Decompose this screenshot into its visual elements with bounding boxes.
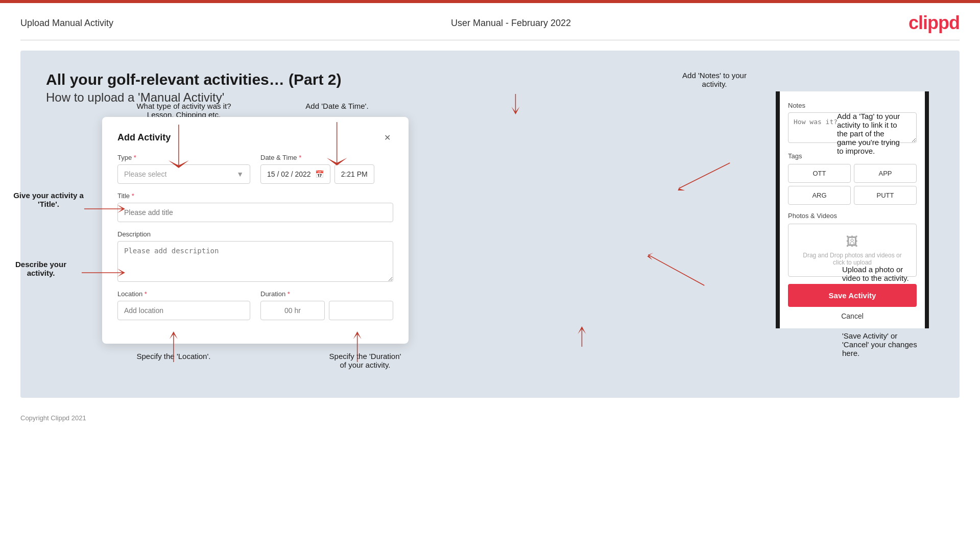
annotation-duration: Specify the 'Duration' of your activity. — [306, 352, 424, 369]
page-title: Upload Manual Activity — [20, 18, 113, 29]
manual-title: User Manual - February 2022 — [451, 18, 571, 29]
duration-min-input[interactable] — [329, 301, 393, 320]
chevron-down-icon: ▼ — [236, 170, 244, 178]
modal-header: Add Activity ✕ — [117, 131, 393, 143]
tag-ott[interactable]: OTT — [788, 164, 851, 183]
save-activity-button[interactable]: Save Activity — [788, 284, 917, 307]
close-button[interactable]: ✕ — [381, 131, 393, 143]
title-group: Title * — [117, 192, 393, 222]
type-select[interactable]: Please select ▼ — [117, 164, 250, 184]
tags-section: Tags OTT APP ARG PUTT — [788, 152, 917, 205]
copyright: Copyright Clippd 2021 — [20, 414, 86, 422]
annotation-activity-type: What type of activity was it? Lesson, Ch… — [133, 102, 235, 119]
photo-icon: 🖼 — [799, 234, 906, 249]
tag-app[interactable]: APP — [854, 164, 917, 183]
location-input[interactable] — [117, 301, 250, 320]
footer: Copyright Clippd 2021 — [0, 408, 980, 428]
svg-line-8 — [648, 255, 704, 285]
type-label: Type * — [117, 154, 250, 161]
location-group: Location * — [117, 290, 250, 320]
add-activity-modal: Add Activity ✕ Type * Please select ▼ Da… — [102, 117, 409, 344]
tags-grid: OTT APP ARG PUTT — [788, 164, 917, 205]
type-group: Type * Please select ▼ — [117, 154, 250, 184]
photos-label: Photos & Videos — [788, 212, 917, 220]
description-label: Description — [117, 230, 393, 238]
annotation-photo: Upload a photo or video to the activity. — [842, 265, 954, 282]
annotation-tag: Add a 'Tag' to your activity to link it … — [837, 112, 954, 155]
tag-arg[interactable]: ARG — [788, 186, 851, 205]
duration-group: Duration * — [260, 290, 393, 320]
description-input[interactable] — [117, 241, 393, 282]
location-duration-row: Location * Duration * — [117, 290, 393, 320]
title-input[interactable] — [117, 203, 393, 222]
location-label: Location * — [117, 290, 250, 298]
annotation-title: Give your activity a 'Title'. — [5, 191, 92, 208]
svg-line-7 — [679, 163, 730, 188]
date-label: Date & Time * — [260, 154, 393, 161]
header: Upload Manual Activity User Manual - Feb… — [0, 3, 980, 40]
notes-label: Notes — [788, 102, 917, 109]
calendar-icon: 📅 — [315, 170, 324, 178]
description-group: Description — [117, 230, 393, 282]
title-label: Title * — [117, 192, 393, 200]
date-time-group: Date & Time * 15 / 02 / 2022 📅 2:21 PM — [260, 154, 393, 184]
type-date-row: Type * Please select ▼ Date & Time * 15 … — [117, 154, 393, 184]
annotation-save-cancel: 'Save Activity' or 'Cancel' your changes… — [842, 331, 954, 357]
main-content: All your golf-relevant activities… (Part… — [20, 51, 960, 398]
date-input[interactable]: 15 / 02 / 2022 📅 — [260, 164, 330, 184]
header-divider — [20, 40, 960, 40]
photos-hint: Drag and Drop photos and videos or click… — [799, 252, 906, 266]
cancel-link[interactable]: Cancel — [788, 312, 917, 320]
annotation-location: Specify the 'Location'. — [123, 352, 225, 361]
duration-hr-input[interactable] — [260, 301, 325, 320]
duration-inputs — [260, 301, 393, 320]
duration-label: Duration * — [260, 290, 393, 298]
datetime-inputs: 15 / 02 / 2022 📅 2:21 PM — [260, 164, 393, 184]
logo: clippd — [909, 12, 960, 34]
tag-putt[interactable]: PUTT — [854, 186, 917, 205]
modal-title: Add Activity — [117, 132, 171, 143]
time-input[interactable]: 2:21 PM — [334, 164, 374, 184]
annotation-date-time: Add 'Date & Time'. — [286, 102, 388, 110]
annotation-describe: Describe your activity. — [5, 260, 77, 277]
main-heading: All your golf-relevant activities… (Part… — [46, 71, 934, 88]
annotation-notes: Add 'Notes' to your activity. — [658, 71, 771, 88]
